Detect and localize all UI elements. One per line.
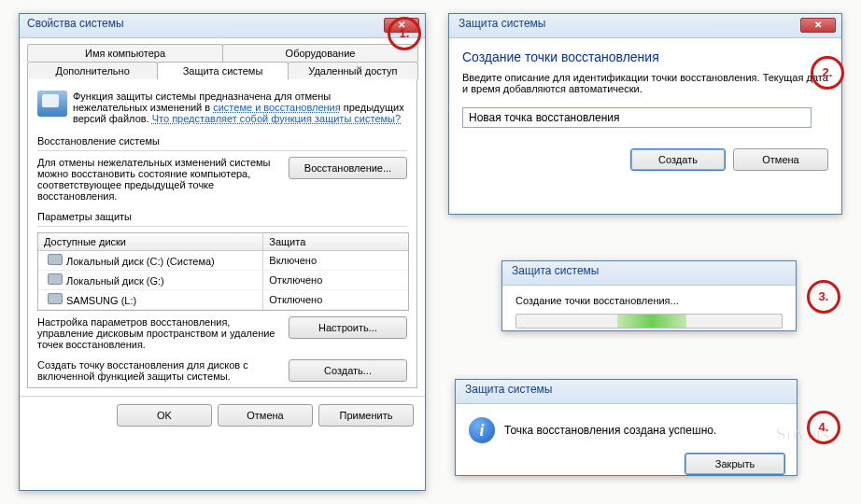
col-protection[interactable]: Защита — [263, 233, 408, 250]
window-title: Защита системы — [459, 17, 545, 30]
restore-point-name-input[interactable] — [462, 107, 812, 128]
disk-row[interactable]: SAMSUNG (L:)Отключено — [38, 290, 408, 310]
progress-dialog: Защита системы Создание точки восстановл… — [501, 260, 797, 331]
window-title: Защита системы — [465, 383, 552, 396]
tab-защита-системы[interactable]: Защита системы — [157, 62, 288, 79]
create-button[interactable]: Создать... — [289, 359, 407, 382]
col-drives[interactable]: Доступные диски — [38, 233, 263, 250]
info-icon: i — [469, 417, 495, 443]
group-params-label: Параметры защиты — [37, 211, 407, 222]
group-restore-label: Восстановление системы — [37, 135, 407, 147]
system-properties-window: Свойства системы ✕ Имя компьютераОборудо… — [19, 13, 426, 491]
restore-text: Для отмены нежелательных изменений систе… — [37, 157, 279, 202]
titlebar[interactable]: Защита системы ✕ — [449, 14, 841, 38]
step-marker-1: 1. — [388, 17, 421, 50]
intro-block: Функция защиты системы предназначена для… — [37, 87, 407, 133]
tab-дополнительно[interactable]: Дополнительно — [27, 62, 158, 79]
tab-panel: Функция защиты системы предназначена для… — [27, 79, 417, 388]
configure-text: Настройка параметров восстановления, упр… — [37, 316, 279, 350]
link-system-restore[interactable]: системе и восстановления — [213, 102, 340, 113]
titlebar[interactable]: Свойства системы ✕ — [20, 14, 425, 38]
create-button[interactable]: Создать — [630, 148, 726, 171]
step-marker-2: 2. — [811, 56, 844, 90]
dialog-description: Введите описание для идентификации точки… — [462, 72, 828, 94]
close-icon[interactable]: ✕ — [800, 18, 836, 33]
step-marker-3: 3. — [807, 280, 840, 314]
titlebar[interactable]: Защита системы — [502, 261, 796, 286]
tabs-row-1: Имя компьютераОборудование — [20, 38, 425, 62]
drive-icon — [48, 293, 63, 304]
progress-bar — [515, 314, 783, 329]
intro-text: Функция защиты системы предназначена для… — [73, 91, 407, 124]
tab-оборудование[interactable]: Оборудование — [222, 44, 418, 62]
disk-row[interactable]: Локальный диск (G:)Отключено — [38, 271, 408, 290]
step-marker-4: 4. — [807, 411, 840, 444]
close-button[interactable]: Закрыть — [685, 453, 785, 475]
restore-button[interactable]: Восстановление... — [289, 157, 407, 179]
cancel-button[interactable]: Отмена — [733, 148, 828, 171]
dialog-footer: OK Отмена Применить — [20, 396, 425, 434]
disk-row[interactable]: Локальный диск (C:) (Система)Включено — [38, 251, 408, 271]
link-what-is[interactable]: Что представляет собой функция защиты си… — [152, 113, 401, 124]
window-title: Свойства системы — [27, 17, 124, 30]
tabs-row-2: ДополнительноЗащита системыУдаленный дос… — [20, 62, 425, 79]
success-text: Точка восстановления создана успешно. — [504, 424, 716, 437]
ok-button[interactable]: OK — [117, 404, 212, 427]
titlebar[interactable]: Защита системы — [456, 380, 797, 404]
progress-text: Создание точки восстановления... — [515, 295, 783, 306]
drive-icon — [48, 273, 63, 285]
tab-удаленный-доступ[interactable]: Удаленный доступ — [288, 62, 418, 79]
tab-имя-компьютера[interactable]: Имя компьютера — [27, 44, 223, 62]
cancel-button[interactable]: Отмена — [218, 404, 313, 427]
configure-button[interactable]: Настроить... — [289, 316, 407, 339]
apply-button[interactable]: Применить — [318, 404, 414, 427]
create-text: Создать точку восстановления для дисков … — [37, 359, 279, 382]
success-dialog: Защита системы i Точка восстановления со… — [455, 379, 797, 476]
window-title: Защита системы — [512, 264, 599, 277]
dialog-heading: Создание точки восстановления — [462, 49, 828, 64]
create-restore-point-dialog: Защита системы ✕ Создание точки восстано… — [448, 13, 842, 215]
drive-icon — [48, 254, 63, 265]
disk-list: Доступные диски Защита Локальный диск (C… — [37, 232, 409, 311]
protection-icon — [37, 91, 67, 117]
